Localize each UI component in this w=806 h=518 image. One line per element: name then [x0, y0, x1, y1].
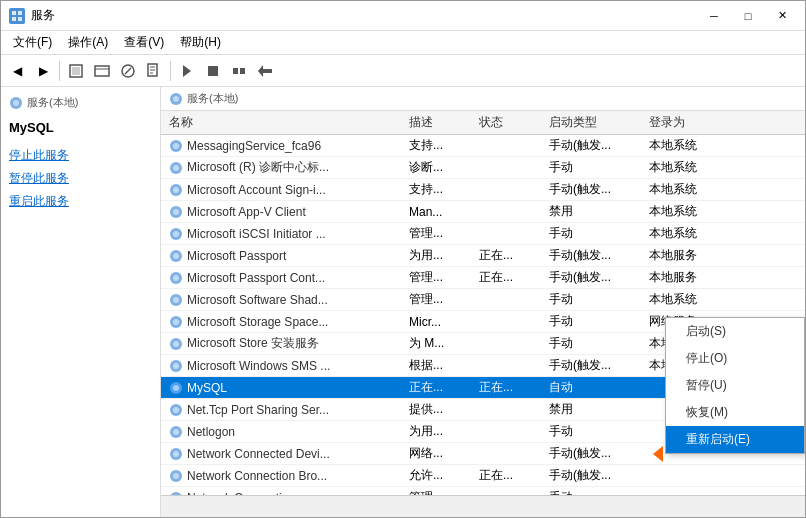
service-login-cell: 本地系统: [649, 203, 749, 220]
svg-point-32: [173, 231, 179, 237]
table-row[interactable]: Network Connection Bro...允许...正在...手动(触发…: [161, 465, 805, 487]
table-row[interactable]: Microsoft Software Shad...管理...手动本地系统: [161, 289, 805, 311]
service-name-cell: Net.Tcp Port Sharing Ser...: [169, 403, 409, 417]
service-startup-cell: 手动(触发...: [549, 357, 649, 374]
title-controls: ─ □ ✕: [699, 6, 797, 26]
toolbar-btn-7[interactable]: [227, 59, 251, 83]
service-icon: [169, 183, 183, 197]
table-row[interactable]: Microsoft (R) 诊断中心标...诊断...手动本地系统: [161, 157, 805, 179]
service-icon: [169, 447, 183, 461]
context-menu-item-start[interactable]: 启动(S): [666, 318, 804, 345]
service-desc-cell: 管理...: [409, 225, 479, 242]
col-desc[interactable]: 描述: [409, 114, 479, 131]
status-bar: [161, 495, 805, 517]
service-desc-cell: 为用...: [409, 247, 479, 264]
svg-point-24: [173, 143, 179, 149]
context-menu-item-pause[interactable]: 暂停(U): [666, 372, 804, 399]
col-startup[interactable]: 启动类型: [549, 114, 649, 131]
close-button[interactable]: ✕: [767, 6, 797, 26]
maximize-button[interactable]: □: [733, 6, 763, 26]
svg-point-50: [173, 429, 179, 435]
service-login-cell: 本地服务: [649, 247, 749, 264]
table-row[interactable]: Microsoft Passport Cont...管理...正在...手动(触…: [161, 267, 805, 289]
toolbar-btn-3[interactable]: [116, 59, 140, 83]
svg-point-30: [173, 209, 179, 215]
content-header: 服务(本地): [161, 87, 805, 111]
col-name[interactable]: 名称: [169, 114, 409, 131]
sidebar-icon: [9, 96, 23, 110]
pause-service-link[interactable]: 暂停此服务: [9, 170, 152, 187]
context-menu-item-resume[interactable]: 恢复(M): [666, 399, 804, 426]
title-bar-left: 服务: [9, 7, 55, 24]
svg-point-28: [173, 187, 179, 193]
service-status-cell: 正在...: [479, 467, 549, 484]
toolbar-btn-8[interactable]: [253, 59, 277, 83]
service-desc-cell: 为 M...: [409, 335, 479, 352]
table-row[interactable]: Microsoft App-V ClientMan...禁用本地系统: [161, 201, 805, 223]
service-icon: [169, 315, 183, 329]
main-content: 服务(本地) MySQL 停止此服务 暂停此服务 重启此服务 服务(本地) 名称…: [1, 87, 805, 517]
service-icon: [169, 469, 183, 483]
service-desc-cell: 网络...: [409, 445, 479, 462]
col-status[interactable]: 状态: [479, 114, 549, 131]
table-row[interactable]: Microsoft Passport为用...正在...手动(触发...本地服务: [161, 245, 805, 267]
service-icon: [169, 293, 183, 307]
service-desc-cell: 提供...: [409, 401, 479, 418]
context-menu-item-restart[interactable]: 重新启动(E): [666, 426, 804, 453]
content-area: 服务(本地) 名称 描述 状态 启动类型 登录为 MessagingServic…: [161, 87, 805, 517]
menu-help[interactable]: 帮助(H): [172, 32, 229, 53]
service-status-cell: 正在...: [479, 379, 549, 396]
service-startup-cell: 手动: [549, 159, 649, 176]
context-menu-item-stop[interactable]: 停止(O): [666, 345, 804, 372]
service-login-cell: 本地系统: [649, 291, 749, 308]
table-row[interactable]: Microsoft Account Sign-i...支持...手动(触发...…: [161, 179, 805, 201]
back-button[interactable]: ◀: [5, 59, 29, 83]
service-name-cell: Microsoft Storage Space...: [169, 315, 409, 329]
service-status-cell: 正在...: [479, 247, 549, 264]
svg-point-40: [173, 319, 179, 325]
minimize-button[interactable]: ─: [699, 6, 729, 26]
service-icon: [169, 425, 183, 439]
svg-rect-15: [208, 66, 218, 76]
service-name-cell: Microsoft Store 安装服务: [169, 335, 409, 352]
service-icon: [169, 205, 183, 219]
toolbar-btn-2[interactable]: [90, 59, 114, 83]
menu-bar: 文件(F) 操作(A) 查看(V) 帮助(H): [1, 31, 805, 55]
service-startup-cell: 手动: [549, 313, 649, 330]
sidebar-service-name: MySQL: [9, 120, 152, 135]
svg-line-9: [125, 68, 131, 74]
menu-file[interactable]: 文件(F): [5, 32, 60, 53]
svg-rect-2: [12, 17, 16, 21]
toolbar: ◀ ▶: [1, 55, 805, 87]
toolbar-btn-5[interactable]: [175, 59, 199, 83]
svg-point-38: [173, 297, 179, 303]
service-login-cell: 本地服务: [649, 269, 749, 286]
toolbar-btn-1[interactable]: [64, 59, 88, 83]
table-row[interactable]: Network Connections管理...手动: [161, 487, 805, 495]
toolbar-btn-4[interactable]: [142, 59, 166, 83]
service-status-cell: 正在...: [479, 269, 549, 286]
service-icon: [169, 359, 183, 373]
table-row[interactable]: Microsoft iSCSI Initiator ...管理...手动本地系统: [161, 223, 805, 245]
service-desc-cell: 管理...: [409, 291, 479, 308]
toolbar-btn-6[interactable]: [201, 59, 225, 83]
stop-service-link[interactable]: 停止此服务: [9, 147, 152, 164]
service-name-cell: Microsoft Account Sign-i...: [169, 183, 409, 197]
service-icon: [169, 403, 183, 417]
toolbar-separator-2: [170, 61, 171, 81]
menu-view[interactable]: 查看(V): [116, 32, 172, 53]
service-name-cell: Microsoft Software Shad...: [169, 293, 409, 307]
service-name-cell: Microsoft Passport Cont...: [169, 271, 409, 285]
col-login[interactable]: 登录为: [649, 114, 749, 131]
context-menu: 启动(S)停止(O)暂停(U)恢复(M)重新启动(E): [665, 317, 805, 454]
service-startup-cell: 手动(触发...: [549, 445, 649, 462]
service-desc-cell: Micr...: [409, 315, 479, 329]
service-desc-cell: 正在...: [409, 379, 479, 396]
menu-action[interactable]: 操作(A): [60, 32, 116, 53]
table-row[interactable]: MessagingService_fca96支持...手动(触发...本地系统: [161, 135, 805, 157]
svg-point-54: [173, 473, 179, 479]
restart-service-link[interactable]: 重启此服务: [9, 193, 152, 210]
forward-button[interactable]: ▶: [31, 59, 55, 83]
toolbar-separator-1: [59, 61, 60, 81]
service-name-cell: Microsoft (R) 诊断中心标...: [169, 159, 409, 176]
